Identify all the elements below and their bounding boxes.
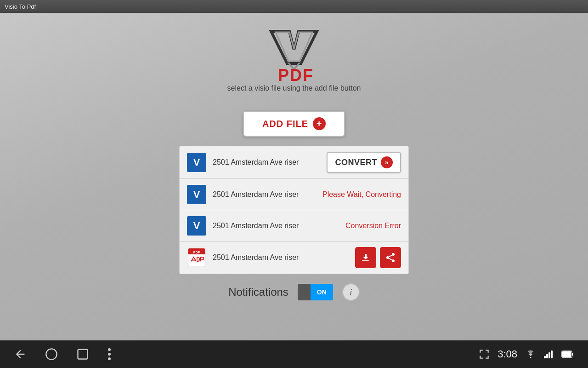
svg-point-16	[108, 348, 111, 351]
nav-left-buttons	[14, 348, 111, 361]
toggle-on-state: ON	[311, 284, 333, 300]
subtitle-text: select a visio file using the add file b…	[227, 84, 361, 92]
file-name-4: 2501 Amsterdam Ave riser	[213, 253, 351, 262]
file-name-3: 2501 Amsterdam Ave riser	[213, 222, 345, 230]
download-icon	[360, 252, 371, 263]
svg-marker-1	[276, 32, 312, 61]
svg-rect-25	[562, 351, 571, 357]
convert-label: CONVERT	[335, 158, 377, 167]
svg-point-14	[46, 349, 57, 359]
nav-right-status: 3:08	[478, 348, 574, 360]
home-icon	[45, 348, 58, 361]
svg-rect-19	[544, 356, 546, 358]
add-file-label: ADD FILE	[262, 119, 308, 129]
convert-button-1[interactable]: CONVERT »	[327, 152, 401, 173]
main-content: PDF select a visio file using the add fi…	[0, 13, 588, 340]
info-button[interactable]: i	[342, 283, 360, 301]
svg-rect-8	[362, 260, 369, 261]
back-icon	[14, 348, 27, 361]
svg-point-9	[392, 253, 395, 256]
share-icon	[385, 252, 396, 263]
share-button[interactable]	[380, 247, 401, 268]
plus-icon: +	[313, 117, 326, 130]
menu-dots-icon	[107, 348, 111, 361]
svg-point-11	[392, 259, 395, 262]
svg-point-18	[108, 357, 111, 360]
nav-bar: 3:08	[0, 340, 588, 368]
file-name-2: 2501 Amsterdam Ave riser	[213, 190, 322, 199]
visio-icon-2: V	[187, 185, 206, 204]
title-bar-text: Visio To Pdf	[5, 3, 36, 10]
nav-back-button[interactable]	[14, 348, 27, 361]
battery-icon	[561, 350, 574, 359]
download-button[interactable]	[355, 247, 376, 268]
title-bar: Visio To Pdf	[0, 0, 588, 13]
svg-line-12	[389, 259, 392, 260]
logo-container: PDF select a visio file using the add fi…	[227, 22, 361, 92]
toggle-off-state	[298, 284, 311, 300]
svg-rect-21	[548, 352, 550, 358]
app-logo: PDF	[266, 22, 322, 82]
nav-home-button[interactable]	[45, 348, 58, 361]
signal-icon	[544, 349, 554, 359]
svg-rect-24	[572, 353, 573, 356]
converting-status: Please Wait, Converting	[322, 190, 401, 199]
svg-rect-20	[546, 354, 548, 358]
visio-icon-1: V	[187, 153, 206, 172]
svg-text:PDF: PDF	[193, 250, 200, 254]
svg-point-10	[386, 256, 389, 259]
nav-menu-button[interactable]	[107, 348, 111, 361]
file-list: V 2501 Amsterdam Ave riser CONVERT » V 2…	[179, 146, 409, 274]
svg-rect-15	[78, 350, 88, 359]
fullscreen-icon	[478, 348, 490, 360]
svg-text:PDF: PDF	[278, 66, 314, 82]
nav-recent-button[interactable]	[76, 348, 89, 361]
recent-icon	[76, 348, 89, 361]
status-time: 3:08	[498, 348, 517, 360]
svg-line-13	[389, 255, 392, 257]
visio-icon-3: V	[187, 216, 206, 236]
notifications-bar: Notifications ON i	[228, 283, 360, 301]
file-row-1: V 2501 Amsterdam Ave riser CONVERT »	[180, 146, 408, 179]
error-status: Conversion Error	[345, 222, 401, 230]
file-row-4: PDF 2501 Amsterdam Ave riser	[180, 242, 408, 274]
file-name-1: 2501 Amsterdam Ave riser	[213, 158, 327, 167]
file-row-3: V 2501 Amsterdam Ave riser Conversion Er…	[180, 210, 408, 242]
notifications-label: Notifications	[228, 286, 288, 299]
add-file-button[interactable]: ADD FILE +	[243, 111, 345, 137]
svg-rect-22	[551, 351, 553, 358]
svg-point-17	[108, 353, 111, 356]
file-row-2: V 2501 Amsterdam Ave riser Please Wait, …	[180, 179, 408, 210]
convert-arrow-icon: »	[381, 156, 393, 168]
notifications-toggle[interactable]: ON	[298, 284, 333, 300]
pdf-icon-4: PDF	[187, 248, 206, 267]
wifi-icon	[525, 349, 537, 359]
